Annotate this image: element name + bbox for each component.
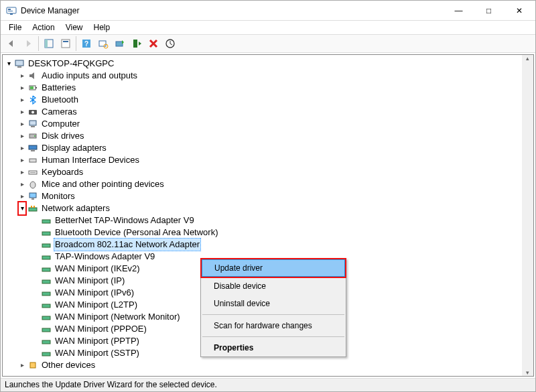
svg-rect-36 [34,206,35,208]
tree-category[interactable]: Batteries [4,82,532,94]
expand-icon[interactable] [17,82,27,94]
ctx-update-driver[interactable]: Update driver [202,259,345,277]
svg-rect-23 [31,126,35,127]
tree-device-selected[interactable]: Broadcom 802.11ac Network Adapter [4,239,532,251]
node-label: Bluetooth Device (Personal Area Network) [54,226,220,239]
tree-category[interactable]: Other devices [4,359,532,371]
tree-category[interactable]: Mice and other pointing devices [4,178,532,190]
scan-button[interactable] [95,36,111,52]
network-adapter-icon [40,263,52,274]
svg-rect-35 [31,206,32,208]
node-label: Audio inputs and outputs [40,70,139,82]
toolbar-separator [76,36,76,51]
svg-point-25 [34,135,36,137]
legacy-button[interactable] [162,36,178,52]
node-label: Mice and other pointing devices [40,178,165,190]
bluetooth-icon [27,94,39,105]
node-label: WAN Miniport (Network Monitor) [54,311,182,323]
tree-category[interactable]: Computer [4,118,532,130]
svg-text:?: ? [84,40,88,48]
disable-button[interactable] [129,36,145,52]
ctx-disable-device[interactable]: Disable device [201,277,346,295]
network-adapter-icon [40,348,52,358]
help-button[interactable]: ? [78,36,94,52]
svg-rect-10 [99,41,106,46]
menu-action[interactable]: Action [27,21,60,34]
status-bar: Launches the Update Driver Wizard for th… [1,378,535,391]
expand-icon[interactable] [17,154,27,166]
tree-category[interactable]: Monitors [4,190,532,202]
other-icon [27,360,39,371]
ctx-separator [202,336,344,337]
svg-point-21 [31,111,34,114]
svg-rect-48 [42,352,50,356]
svg-rect-12 [116,42,123,46]
network-adapter-icon [40,287,52,298]
close-button[interactable]: ✕ [504,1,534,20]
svg-rect-2 [8,11,13,11]
node-label: WAN Miniport (IP) [54,275,126,287]
monitor-icon [27,191,39,202]
expand-icon[interactable] [17,118,27,130]
tree-category[interactable]: Disk drives [4,130,532,142]
svg-rect-15 [15,60,23,66]
expand-icon[interactable] [17,130,27,142]
expand-icon[interactable] [17,201,27,216]
toolbar: ? [1,34,535,53]
expand-icon[interactable] [17,142,27,154]
ctx-scan-hardware[interactable]: Scan for hardware changes [201,317,346,334]
tree-category[interactable]: Bluetooth [4,94,532,106]
menu-help[interactable]: Help [88,21,116,34]
minimize-button[interactable]: — [444,1,474,20]
hid-icon [27,155,39,166]
tree-root[interactable]: DESKTOP-4FQKGPC [4,58,532,70]
menu-file[interactable]: File [3,21,27,34]
ctx-properties[interactable]: Properties [201,339,346,356]
tree-category[interactable]: Cameras [4,106,532,118]
tree-category[interactable]: Audio inputs and outputs [4,70,532,82]
tree-category-network[interactable]: Network adapters [4,202,532,214]
back-button[interactable] [3,36,19,52]
context-menu: Update driver Disable device Uninstall d… [200,258,346,357]
tree-category[interactable]: Human Interface Devices [4,154,532,166]
svg-rect-5 [45,40,48,48]
node-label: Keyboards [40,166,84,178]
show-hide-tree-button[interactable] [41,36,57,52]
svg-rect-13 [133,40,137,48]
tree-category[interactable]: Display adapters [4,142,532,154]
tree-device[interactable]: BetterNet TAP-Windows Adapter V9 [4,214,532,226]
tree-device[interactable]: Bluetooth Device (Personal Area Network) [4,226,532,239]
svg-rect-6 [62,40,70,48]
expand-icon[interactable] [17,106,27,118]
node-label: WAN Miniport (L2TP) [54,299,139,311]
display-icon [27,143,39,153]
svg-point-31 [30,182,36,188]
svg-rect-1 [8,9,11,10]
expand-icon[interactable] [17,94,27,106]
vertical-scrollbar[interactable] [522,55,533,376]
node-label: WAN Miniport (PPTP) [54,335,141,347]
expand-icon[interactable] [17,178,27,190]
update-driver-button[interactable] [112,36,128,52]
node-label: Human Interface Devices [40,154,141,166]
uninstall-button[interactable] [145,36,161,52]
maximize-button[interactable]: □ [474,1,504,20]
forward-button[interactable] [20,36,36,52]
node-label: Display adapters [40,142,108,154]
tree-category[interactable]: Keyboards [4,166,532,178]
ctx-uninstall-device[interactable]: Uninstall device [201,295,346,312]
expand-icon[interactable] [4,58,13,70]
expand-icon[interactable] [17,359,27,371]
network-adapter-icon [40,251,52,262]
node-label: WAN Miniport (SSTP) [54,347,141,359]
node-label: Disk drives [40,130,86,142]
network-adapter-icon [40,336,52,346]
expand-icon[interactable] [17,166,27,178]
toolbar-separator [38,36,39,51]
network-adapter-icon [40,215,52,226]
expand-icon[interactable] [17,70,27,82]
properties-button[interactable] [58,36,74,52]
svg-rect-27 [31,150,35,151]
network-adapter-icon [40,300,52,310]
menu-view[interactable]: View [60,21,88,34]
